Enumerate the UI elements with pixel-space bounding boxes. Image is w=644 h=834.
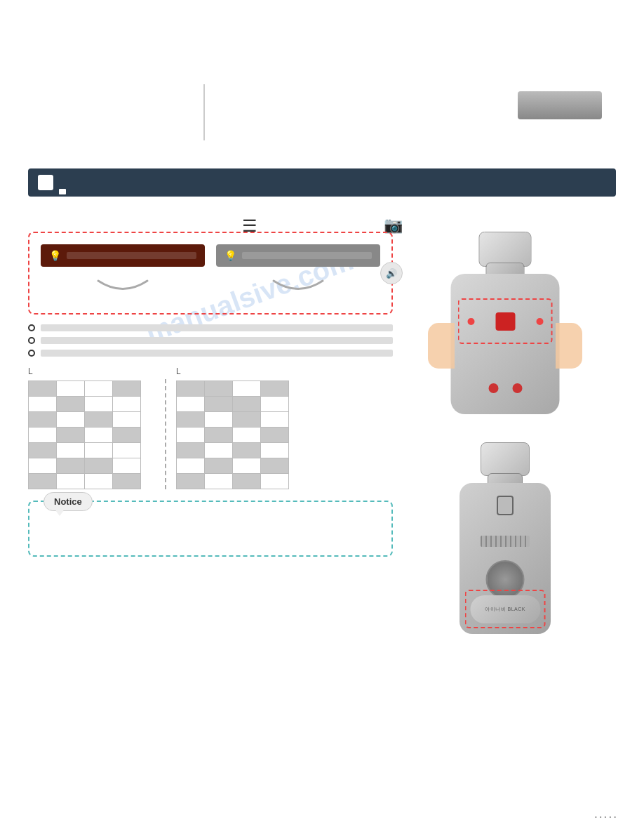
- right-data-table: [176, 380, 289, 489]
- inactive-mode-bar-fill: [242, 252, 372, 259]
- header-icon-small: [59, 189, 66, 194]
- indicator-dot-right: [536, 318, 543, 325]
- left-data-table: [28, 380, 141, 489]
- inactive-mode-bar: 💡: [216, 244, 380, 267]
- red-button: [495, 312, 515, 331]
- top-area: [0, 0, 644, 168]
- vertical-divider: [203, 84, 205, 140]
- page-dot-5: •: [614, 814, 616, 820]
- table-divider: [165, 379, 166, 489]
- device-main-body-top: [451, 274, 560, 414]
- bulb-icon-gray: 💡: [224, 250, 236, 261]
- bullet-item-3: [28, 350, 393, 357]
- dashed-bottom-area: 아이나비 BLACK: [465, 590, 546, 628]
- device-bottom-illustration: 아이나비 BLACK: [435, 442, 575, 646]
- notice-label: Notice: [43, 492, 93, 511]
- table-row: [29, 443, 141, 458]
- table-row: [177, 412, 289, 428]
- device-logo-text: 아이나비 BLACK: [485, 606, 525, 613]
- table-row: [29, 397, 141, 412]
- mode-selection-box: 💡 💡: [28, 232, 393, 315]
- table-row: [177, 458, 289, 474]
- sensor-dots: [488, 383, 522, 393]
- bullet-item-2: [28, 337, 393, 344]
- page-dot-4: •: [609, 814, 611, 820]
- bag-icon: [497, 496, 514, 515]
- indicator-dot-left: [467, 318, 474, 325]
- bullet-list: [28, 324, 393, 357]
- header-camera-icon: [38, 175, 53, 190]
- page-dot-3: •: [605, 814, 607, 820]
- active-mode-bar-fill: [67, 252, 196, 259]
- tables-area: L: [28, 366, 393, 489]
- table-row: [177, 397, 289, 412]
- active-mode-item[interactable]: 💡: [41, 244, 205, 302]
- bullet-line-2: [41, 337, 393, 344]
- bullet-item-1: [28, 324, 393, 331]
- left-hand: [428, 323, 455, 369]
- left-table-label: L: [28, 366, 141, 376]
- table-row: [29, 458, 141, 474]
- bullet-dot-1: [28, 324, 35, 331]
- device-base: 아이나비 BLACK: [470, 595, 540, 623]
- sound-icon: 🔊: [386, 268, 397, 279]
- left-panel: 💡 💡: [28, 232, 393, 646]
- table-row: [29, 474, 141, 489]
- page-dot-2: •: [600, 814, 602, 820]
- bullet-line-3: [41, 350, 393, 357]
- right-panel: 아이나비 BLACK: [407, 232, 603, 646]
- table-row: [177, 443, 289, 458]
- flash-head-top: [479, 232, 532, 267]
- top-badge: [518, 91, 602, 119]
- bulb-icon-yellow: 💡: [49, 250, 61, 261]
- table-row: [29, 381, 141, 397]
- table-row: [29, 428, 141, 443]
- bullet-dot-3: [28, 350, 35, 357]
- page-dots: • • • • •: [595, 814, 616, 820]
- inactive-mode-item[interactable]: 💡: [216, 244, 380, 302]
- sound-button[interactable]: 🔊: [380, 262, 403, 284]
- dashed-highlight-area: [458, 298, 553, 344]
- table-row: [177, 381, 289, 397]
- flash-head-bottom: [481, 442, 530, 476]
- active-mode-bar: 💡: [41, 244, 205, 267]
- right-hand: [556, 323, 582, 369]
- device-top-illustration: [424, 232, 586, 421]
- speaker-grill: [481, 536, 530, 547]
- page-dot-1: •: [595, 814, 597, 820]
- sensor-dot-right: [512, 383, 522, 393]
- bullet-dot-2: [28, 337, 35, 344]
- sensor-dot-left: [488, 383, 498, 393]
- device-main-body-bottom: 아이나비 BLACK: [459, 483, 551, 634]
- right-table-label: L: [176, 366, 289, 376]
- bullet-line-1: [41, 324, 393, 331]
- table-row: [177, 474, 289, 489]
- header-bar: [28, 168, 616, 197]
- notice-box: Notice: [28, 501, 393, 557]
- inactive-smile-curve: [216, 274, 380, 302]
- table-row: [177, 428, 289, 443]
- active-smile-curve: [41, 274, 205, 302]
- table-row: [29, 412, 141, 428]
